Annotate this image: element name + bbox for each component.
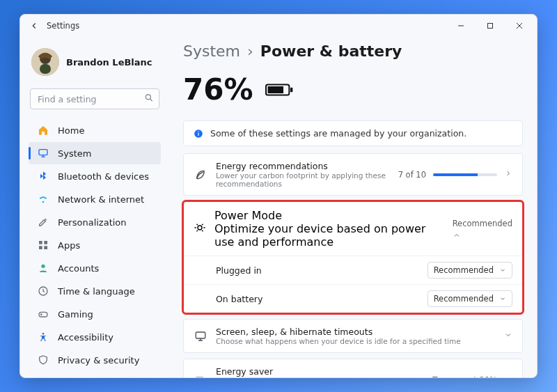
profile[interactable]: Brandon LeBlanc xyxy=(29,42,161,84)
card-subtitle: Optimize your device based on power use … xyxy=(214,222,444,249)
apps-icon xyxy=(37,239,49,251)
update-icon xyxy=(37,377,49,377)
power-mode-icon xyxy=(194,221,206,237)
card-title: Power Mode xyxy=(214,209,444,222)
sidebar-item-gaming[interactable]: Gaming xyxy=(29,303,161,325)
wifi-icon xyxy=(37,193,49,205)
search-icon xyxy=(144,93,154,106)
sidebar-item-network-internet[interactable]: Network & internet xyxy=(29,188,161,210)
shield-icon xyxy=(37,354,49,366)
minimize-icon xyxy=(457,22,464,29)
minimize-button[interactable] xyxy=(446,16,476,36)
svg-point-5 xyxy=(146,95,150,100)
monitor-icon xyxy=(194,329,207,343)
battery-percent-row: 76% xyxy=(183,72,523,107)
power-mode-row-label: On battery xyxy=(216,294,427,304)
power-mode-row-1: On battery Recommended xyxy=(184,284,522,313)
close-icon xyxy=(516,22,523,29)
card-energy-recommendations[interactable]: Energy recommendations Lower your carbon… xyxy=(183,153,523,196)
avatar-image xyxy=(31,48,59,76)
sidebar-item-accounts[interactable]: Accounts xyxy=(29,257,161,279)
home-icon xyxy=(37,124,49,136)
svg-rect-8 xyxy=(44,241,47,244)
sidebar-item-bluetooth-devices[interactable]: Bluetooth & devices xyxy=(29,165,161,187)
svg-rect-4 xyxy=(40,64,51,74)
sidebar-item-label: Apps xyxy=(58,240,80,251)
sidebar-item-label: Network & internet xyxy=(58,194,144,205)
sidebar-item-windows-update[interactable]: Windows Update xyxy=(29,372,161,377)
search-box xyxy=(30,88,159,109)
sidebar-item-label: Privacy & security xyxy=(58,355,139,366)
sidebar: Brandon LeBlanc Home System Bluetooth & … xyxy=(20,37,166,377)
sidebar-item-personalization[interactable]: Personalization xyxy=(29,211,161,233)
power-mode-header[interactable]: Power Mode Optimize your device based on… xyxy=(184,202,522,256)
svg-rect-7 xyxy=(39,241,42,244)
leaf-icon xyxy=(194,168,207,182)
select-value: Recommended xyxy=(434,294,494,304)
avatar xyxy=(31,48,59,76)
sidebar-item-label: System xyxy=(58,148,91,159)
power-mode-select-0[interactable]: Recommended xyxy=(427,262,512,279)
sidebar-item-label: Accessibility xyxy=(58,332,113,343)
sidebar-item-label: Bluetooth & devices xyxy=(58,171,149,182)
profile-name: Brandon LeBlanc xyxy=(66,57,152,68)
sidebar-item-label: Home xyxy=(58,125,84,136)
chevron-down-icon xyxy=(504,375,512,377)
maximize-icon xyxy=(487,22,494,29)
person-icon xyxy=(37,262,49,274)
sidebar-item-home[interactable]: Home xyxy=(29,119,161,141)
maximize-button[interactable] xyxy=(476,16,505,36)
power-mode-select-1[interactable]: Recommended xyxy=(427,290,512,307)
back-arrow-icon xyxy=(29,21,39,31)
search-input[interactable] xyxy=(30,88,159,109)
power-mode-row-0: Plugged in Recommended xyxy=(184,256,522,284)
breadcrumb-current: Power & battery xyxy=(260,42,402,60)
chevron-right-icon xyxy=(504,169,512,180)
sidebar-item-accessibility[interactable]: Accessibility xyxy=(29,326,161,348)
battery-icon xyxy=(265,83,295,97)
card-screen-sleep[interactable]: Screen, sleep, & hibernate timeouts Choo… xyxy=(183,319,523,353)
svg-rect-9 xyxy=(39,246,42,249)
svg-rect-19 xyxy=(198,132,198,135)
svg-rect-17 xyxy=(267,86,283,93)
back-button[interactable] xyxy=(23,15,45,37)
main-panel: System › Power & battery 76% Some of the… xyxy=(166,37,537,377)
sidebar-item-time-language[interactable]: Time & language xyxy=(29,280,161,302)
power-mode-row-label: Plugged in xyxy=(216,265,427,276)
breadcrumb-parent[interactable]: System xyxy=(183,42,240,60)
energy-count: 7 of 10 xyxy=(398,170,426,180)
card-title: Screen, sleep, & hibernate timeouts xyxy=(216,327,496,337)
svg-point-11 xyxy=(41,265,45,268)
svg-rect-16 xyxy=(290,87,292,92)
brush-icon xyxy=(37,216,49,228)
card-subtitle: Lower your carbon footprint by applying … xyxy=(216,171,390,188)
svg-rect-13 xyxy=(39,312,47,317)
settings-window: Settings Brandon LeBlanc xyxy=(19,14,538,378)
card-subtitle: Choose what happens when your device is … xyxy=(216,337,496,345)
accessibility-icon xyxy=(37,331,49,343)
battery-saver-icon xyxy=(194,373,207,378)
clock-icon xyxy=(37,285,49,297)
card-energy-saver[interactable]: Energy saver Reduce power consumption an… xyxy=(183,359,523,377)
bluetooth-icon xyxy=(37,170,49,182)
sidebar-item-apps[interactable]: Apps xyxy=(29,234,161,256)
sidebar-item-label: Gaming xyxy=(58,309,93,320)
window-controls xyxy=(446,16,534,36)
battery-percent: 76% xyxy=(183,72,253,107)
svg-rect-1 xyxy=(488,24,493,29)
org-banner-text: Some of these settings are managed by yo… xyxy=(210,128,466,139)
sidebar-item-privacy-security[interactable]: Privacy & security xyxy=(29,349,161,371)
card-title: Energy saver xyxy=(216,366,424,377)
system-icon xyxy=(37,147,49,159)
saver-value: Turns on at 20% xyxy=(432,375,497,378)
window-title: Settings xyxy=(47,21,79,31)
chevron-up-icon xyxy=(453,229,461,242)
nav-list: Home System Bluetooth & devices Network … xyxy=(29,119,161,377)
chevron-down-icon xyxy=(499,295,506,302)
card-subtitle: Reduce power consumption and increase ba… xyxy=(216,377,424,377)
sidebar-item-label: Accounts xyxy=(58,263,99,274)
close-button[interactable] xyxy=(505,16,534,36)
svg-rect-6 xyxy=(39,150,47,155)
sidebar-item-system[interactable]: System xyxy=(29,142,161,164)
breadcrumb: System › Power & battery xyxy=(183,42,523,60)
